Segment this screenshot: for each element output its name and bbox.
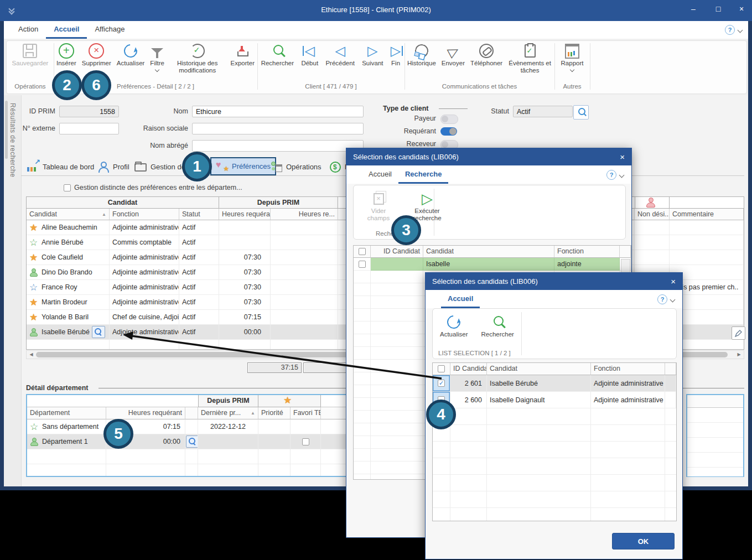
dialog1-tab-recherche[interactable]: Recherche: [398, 165, 448, 184]
nom-field[interactable]: Ethicure: [192, 106, 364, 117]
scroll-right-icon[interactable]: ▶: [735, 351, 743, 359]
payeur-toggle[interactable]: [440, 115, 458, 124]
dialog-ribbon-button[interactable]: Actualiser: [437, 313, 471, 338]
col-header-heures-requerant[interactable]: Heures requérant: [219, 209, 271, 220]
dialog1-col-id[interactable]: ID Candidat: [371, 246, 423, 258]
maximize-button[interactable]: □: [710, 4, 727, 13]
receveur-label: Receveur: [381, 140, 436, 148]
col-header-commentaire[interactable]: Commentaire: [670, 209, 744, 220]
dialog-ribbon-button[interactable]: Rechercher: [479, 313, 517, 338]
ribbon-button[interactable]: Rapport: [558, 42, 587, 71]
minimize-button[interactable]: –: [685, 4, 702, 13]
ribbon-group-label: Opérations: [7, 83, 54, 90]
dialog1-col-candidat[interactable]: Candidat: [423, 246, 554, 258]
select-all-checkbox[interactable]: [359, 248, 366, 255]
ribbon-group-operations: Sauvegarder Opérations: [7, 42, 54, 91]
col-header-statut[interactable]: Statut: [179, 209, 219, 220]
open-department-button[interactable]: [186, 435, 198, 448]
tab-profil[interactable]: Profil: [97, 159, 129, 174]
ok-button[interactable]: OK: [612, 533, 675, 549]
dialog2-title: Sélection des candidats (LIB006): [432, 277, 538, 286]
ribbon-button[interactable]: Sauvegarder: [9, 42, 51, 71]
ribbon-button[interactable]: Supprimer: [79, 42, 114, 71]
ribbon-button[interactable]: Téléphoner: [468, 42, 505, 67]
tab-preferences[interactable]: Préférences: [210, 157, 276, 175]
ribbon-button[interactable]: Historique: [404, 42, 439, 67]
dialog2-help[interactable]: ?: [657, 294, 675, 304]
ribbon-button[interactable]: Évènements et tâches: [505, 42, 554, 74]
results-sidebar-tab[interactable]: Résultats de recherche: [4, 95, 22, 486]
col-header-heures-receveur[interactable]: Heures re...: [271, 209, 338, 220]
menu-tab-action[interactable]: Action: [11, 21, 46, 39]
col-header-fonction[interactable]: Fonction: [110, 209, 179, 220]
tab-operations[interactable]: Opérations: [270, 159, 321, 174]
col-header-dept-heures[interactable]: Heures requérant: [106, 407, 185, 419]
row-checkbox[interactable]: [359, 261, 366, 268]
ribbon-button[interactable]: Insérer: [54, 42, 79, 71]
col-header-favori[interactable]: Favori TEST: [291, 407, 321, 419]
menu-tab-accueil[interactable]: Accueil: [46, 21, 87, 39]
requerant-toggle[interactable]: [440, 127, 457, 136]
result-row[interactable]: 2 601 Isabelle Bérubé Adjointe administr…: [433, 375, 676, 392]
ribbon-button[interactable]: Actualiser: [114, 42, 148, 71]
step-badge-5: 5: [103, 419, 133, 449]
ribbon-help[interactable]: ?: [725, 25, 742, 35]
select-all-checkbox[interactable]: [438, 365, 445, 372]
statut-lookup-button[interactable]: [573, 105, 589, 120]
sidebar-scroll-thumb[interactable]: [5, 101, 8, 159]
dialog1-tab-accueil[interactable]: Accueil: [362, 165, 398, 184]
tab-gestion-documentaire[interactable]: Gestion do: [134, 159, 185, 174]
distinct-preferences-checkbox[interactable]: [64, 184, 71, 191]
chevron-down-icon[interactable]: [738, 27, 743, 33]
title-bar: Ethicure [1558] - Client (PRIM002) – □ ×: [0, 0, 752, 21]
menu-bar: Action Accueil Affichage: [4, 21, 748, 39]
statut-field: Actif: [513, 106, 573, 117]
ribbon-button-icon: [89, 43, 104, 59]
favori-checkbox[interactable]: [302, 438, 309, 445]
dialog2-col-fonction[interactable]: Fonction: [591, 363, 665, 375]
ribbon-button[interactable]: Exporter: [228, 42, 257, 71]
nom-abrege-field[interactable]: [192, 140, 364, 152]
dialog2-close-button[interactable]: ×: [671, 277, 676, 286]
ribbon-button[interactable]: Rechercher: [258, 42, 297, 67]
col-header-derniere[interactable]: Dernière pr...▲: [198, 407, 258, 419]
col-header-non-desire[interactable]: Non dési...: [635, 209, 670, 220]
ribbon-button-icon: [445, 43, 461, 59]
ribbon-button[interactable]: Filtre: [147, 42, 167, 71]
ribbon-button-icon: [59, 43, 74, 59]
dialog1-close-button[interactable]: ×: [620, 152, 625, 162]
col-header-priorite[interactable]: Priorité: [258, 407, 291, 419]
dialog1-help[interactable]: ?: [606, 170, 624, 180]
scroll-left-icon[interactable]: ◀: [27, 351, 35, 359]
dialog-ribbon-button[interactable]: Vider champs: [358, 190, 399, 222]
person-red-icon: [645, 198, 656, 208]
dialog1-col-fonction[interactable]: Fonction: [554, 246, 620, 258]
help-icon[interactable]: ?: [725, 25, 735, 35]
ribbon-button[interactable]: Début: [298, 42, 321, 67]
tab-tableau-de-bord[interactable]: Tableau de bord: [27, 159, 94, 174]
ribbon-group-label: Communications et tâches: [404, 83, 554, 90]
ribbon-button[interactable]: Précédent: [323, 42, 357, 67]
criteria-row[interactable]: Isabelle adjointe: [354, 258, 631, 271]
row-checkbox[interactable]: [438, 380, 445, 387]
ribbon-button[interactable]: Suivant: [359, 42, 386, 67]
result-row[interactable]: 2 600 Isabelle Daignault Adjointe admini…: [433, 392, 676, 408]
no-externe-field[interactable]: [59, 123, 119, 134]
menu-tab-affichage[interactable]: Affichage: [87, 21, 132, 39]
ribbon-button[interactable]: Historique des modifications: [167, 42, 228, 79]
dialog2-tab-accueil[interactable]: Accueil: [441, 290, 480, 308]
close-button[interactable]: ×: [733, 4, 750, 13]
ribbon-group-label: Client [ 471 / 479 ]: [257, 83, 404, 90]
ribbon-group-client: Rechercher Début Précédent Suivant Fin C…: [257, 42, 404, 91]
ribbon-button[interactable]: Fin: [388, 42, 403, 67]
edit-comment-button[interactable]: [732, 326, 745, 340]
dialog2-col-id[interactable]: ID Candidat: [450, 363, 487, 375]
raison-sociale-field[interactable]: [192, 123, 364, 134]
star-orange-icon: [283, 397, 292, 405]
dept-comments-table: [686, 394, 744, 477]
dialog2-col-candidat[interactable]: Candidat: [487, 363, 591, 375]
ribbon-button[interactable]: Envoyer: [439, 42, 468, 67]
col-header-candidat[interactable]: Candidat▲: [27, 209, 110, 220]
open-candidate-button[interactable]: [92, 326, 105, 338]
col-header-departement[interactable]: Département: [27, 407, 106, 419]
